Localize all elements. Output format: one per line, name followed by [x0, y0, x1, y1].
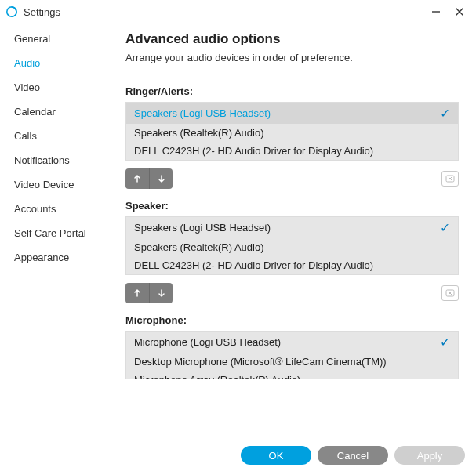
sidebar-item-calendar[interactable]: Calendar — [0, 100, 125, 124]
device-row[interactable]: Microphone (Logi USB Headset) ✓ — [126, 332, 458, 353]
ok-button[interactable]: OK — [241, 446, 311, 465]
footer: OK Cancel Apply — [0, 440, 476, 471]
sidebar-item-label: Video Device — [14, 179, 74, 190]
speaker-list-controls — [125, 283, 459, 303]
sidebar-item-notifications[interactable]: Notifications — [0, 148, 125, 172]
sidebar-item-label: Video — [14, 82, 40, 93]
ringer-list-controls — [125, 168, 459, 189]
sidebar-item-label: General — [14, 33, 50, 45]
sidebar-item-video-device[interactable]: Video Device — [0, 172, 125, 197]
device-row[interactable]: Speakers (Realtek(R) Audio) — [126, 238, 458, 256]
cancel-button[interactable]: Cancel — [318, 446, 388, 465]
reorder-buttons — [125, 168, 173, 189]
window-title: Settings — [24, 6, 60, 18]
device-label: Speakers (Logi USB Headset) — [134, 222, 434, 234]
check-icon: ✓ — [434, 220, 450, 235]
speaker-device-list: Speakers (Logi USB Headset) ✓ Speakers (… — [125, 216, 459, 275]
sidebar-item-general[interactable]: General — [0, 27, 125, 51]
sidebar-item-video[interactable]: Video — [0, 75, 125, 100]
microphone-device-list: Microphone (Logi USB Headset) ✓ Desktop … — [125, 331, 459, 379]
ringer-device-list: Speakers (Logi USB Headset) ✓ Speakers (… — [125, 102, 459, 161]
move-up-button[interactable] — [125, 168, 149, 189]
check-icon: ✓ — [434, 335, 450, 350]
sidebar-item-label: Calendar — [14, 106, 56, 118]
device-label: Speakers (Logi USB Headset) — [134, 107, 434, 119]
device-label: Microphone Array (Realtek(R) Audio) — [134, 374, 450, 379]
body: General Audio Video Calendar Calls Notif… — [0, 24, 476, 440]
sidebar-item-label: Appearance — [14, 252, 69, 263]
device-label: Speakers (Realtek(R) Audio) — [134, 241, 450, 253]
sidebar-item-accounts[interactable]: Accounts — [0, 197, 125, 221]
device-row[interactable]: Microphone Array (Realtek(R) Audio) — [126, 371, 458, 379]
sidebar-item-label: Notifications — [14, 154, 70, 166]
main-panel: Advanced audio options Arrange your audi… — [125, 24, 476, 440]
sidebar-item-audio[interactable]: Audio — [0, 51, 125, 75]
settings-window: Settings General Audio Video Calendar Ca… — [0, 0, 476, 471]
app-icon — [5, 5, 19, 19]
sidebar-item-label: Self Care Portal — [14, 227, 86, 239]
device-label: Speakers (Realtek(R) Audio) — [134, 127, 450, 139]
device-row[interactable]: DELL C2423H (2- HD Audio Driver for Disp… — [126, 142, 458, 160]
sidebar-item-label: Audio — [14, 57, 40, 69]
sidebar-item-label: Accounts — [14, 203, 56, 215]
titlebar: Settings — [0, 0, 476, 24]
ringer-label: Ringer/Alerts: — [125, 85, 459, 97]
page-subtitle: Arrange your audio devices in order of p… — [125, 52, 459, 63]
close-button[interactable] — [448, 1, 471, 23]
device-row[interactable]: Desktop Microphone (Microsoft® LifeCam C… — [126, 353, 458, 371]
move-down-button[interactable] — [149, 283, 173, 303]
reorder-buttons — [125, 283, 173, 303]
minimize-button[interactable] — [424, 1, 448, 23]
microphone-label: Microphone: — [125, 314, 459, 326]
sidebar-item-calls[interactable]: Calls — [0, 124, 125, 148]
remove-button[interactable] — [441, 171, 459, 187]
move-down-button[interactable] — [149, 168, 173, 189]
device-label: DELL C2423H (2- HD Audio Driver for Disp… — [134, 259, 450, 271]
device-row[interactable]: Speakers (Logi USB Headset) ✓ — [126, 217, 458, 238]
page-title: Advanced audio options — [125, 31, 459, 47]
sidebar-item-appearance[interactable]: Appearance — [0, 245, 125, 270]
device-row[interactable]: Speakers (Realtek(R) Audio) — [126, 124, 458, 142]
device-row[interactable]: DELL C2423H (2- HD Audio Driver for Disp… — [126, 256, 458, 274]
sidebar-item-label: Calls — [14, 130, 37, 142]
move-up-button[interactable] — [125, 283, 149, 303]
device-row[interactable]: Speakers (Logi USB Headset) ✓ — [126, 103, 458, 124]
sidebar: General Audio Video Calendar Calls Notif… — [0, 24, 125, 440]
apply-button[interactable]: Apply — [394, 446, 465, 465]
device-label: DELL C2423H (2- HD Audio Driver for Disp… — [134, 145, 450, 157]
device-label: Microphone (Logi USB Headset) — [134, 336, 434, 348]
remove-button[interactable] — [441, 285, 459, 301]
device-label: Desktop Microphone (Microsoft® LifeCam C… — [134, 356, 450, 368]
check-icon: ✓ — [434, 106, 450, 121]
sidebar-item-self-care-portal[interactable]: Self Care Portal — [0, 221, 125, 245]
speaker-label: Speaker: — [125, 200, 459, 212]
